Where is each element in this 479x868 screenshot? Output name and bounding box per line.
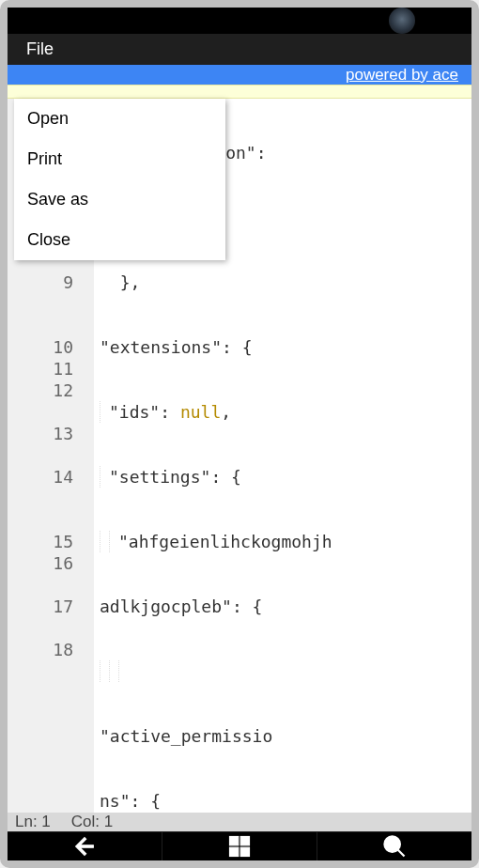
column-indicator: Col: 1	[71, 813, 113, 831]
svg-rect-0	[230, 837, 239, 845]
svg-rect-1	[240, 837, 249, 845]
editor-toolbar	[8, 85, 471, 98]
back-arrow-icon	[71, 833, 98, 860]
line-indicator: Ln: 1	[15, 813, 51, 831]
menu-item-print[interactable]: Print	[14, 139, 225, 179]
search-button[interactable]	[317, 832, 471, 860]
back-button[interactable]	[8, 832, 162, 860]
svg-rect-3	[240, 847, 249, 856]
svg-rect-2	[230, 847, 239, 856]
editor-status-bar: Ln: 1 Col: 1	[8, 813, 471, 831]
home-button[interactable]	[162, 832, 317, 860]
avatar	[389, 8, 415, 34]
device-frame: File powered by ace 5 6 7 8 9 10 11 12 1…	[0, 0, 479, 868]
editor-header: powered by ace	[8, 65, 471, 85]
menu-item-save-as[interactable]: Save as	[14, 179, 225, 220]
menu-item-close[interactable]: Close	[14, 220, 225, 260]
file-menu-trigger[interactable]: File	[17, 34, 63, 65]
svg-point-4	[385, 837, 400, 852]
phone-nav-bar	[8, 831, 471, 860]
file-dropdown: Open Print Save as Close	[14, 99, 225, 260]
phone-status-bar	[8, 8, 471, 34]
menu-item-open[interactable]: Open	[14, 99, 225, 139]
search-icon	[381, 833, 408, 860]
powered-by-link[interactable]: powered by ace	[346, 66, 458, 85]
windows-icon	[226, 833, 253, 860]
menu-bar: File	[8, 34, 471, 65]
svg-line-5	[398, 850, 405, 857]
